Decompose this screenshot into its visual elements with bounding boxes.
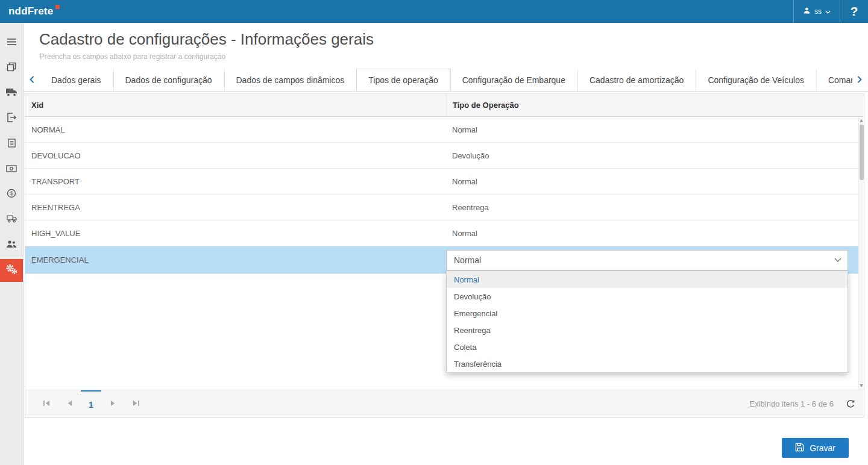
- sidebar-item-coin[interactable]: $: [0, 183, 23, 206]
- cell-xid: TRANSPORT: [25, 177, 446, 186]
- save-disk-icon: [795, 443, 804, 454]
- topbar: nddFrete ss ?: [0, 0, 868, 23]
- table-row[interactable]: NORMAL Normal: [25, 117, 864, 143]
- cell-tipo: Normal: [446, 229, 864, 238]
- copy-icon: [7, 62, 16, 74]
- chevron-right-icon: [857, 75, 862, 86]
- combobox-chevron-down-icon[interactable]: [834, 251, 841, 270]
- brand-logo-square: [55, 5, 60, 9]
- column-header-tipo-de-operacao: Tipo de Operação: [446, 94, 864, 116]
- main-content: Cadastro de configurações - Informações …: [23, 23, 868, 465]
- user-menu[interactable]: ss: [793, 0, 840, 23]
- brand-text: nddFrete: [8, 5, 53, 17]
- grid-content: NORMAL Normal DEVOLUCAO Devolução TRANSP…: [25, 117, 864, 390]
- previous-page-icon: [67, 399, 72, 408]
- sidebar-item-document[interactable]: [0, 133, 23, 155]
- page-number[interactable]: 1: [81, 390, 101, 417]
- sidebar-item-banknote[interactable]: [0, 158, 23, 181]
- export-icon: [7, 113, 16, 125]
- pager-right: Exibindo itens 1 - 6 de 6: [750, 399, 855, 409]
- grid-header-row: Xid Tipo de Operação: [25, 94, 864, 117]
- tabs-scroll-right-button[interactable]: [852, 69, 867, 91]
- help-icon: ?: [851, 4, 858, 19]
- combobox-value: Normal: [454, 255, 481, 265]
- tab-comandos-de[interactable]: Comandos de: [816, 69, 852, 91]
- scroll-down-arrow[interactable]: [860, 384, 863, 387]
- vertical-scrollbar[interactable]: [858, 117, 864, 390]
- cell-tipo: Reentrega: [446, 203, 864, 212]
- sidebar-item-copy[interactable]: [0, 57, 23, 80]
- table-row[interactable]: REENTREGA Reentrega: [25, 195, 864, 220]
- column-header-xid: Xid: [25, 101, 446, 110]
- fleet-truck-icon: [7, 214, 17, 225]
- cell-tipo-editor: Normal: [446, 250, 864, 270]
- sidebar-item-menu[interactable]: [0, 31, 23, 54]
- dropdown-option[interactable]: Normal: [447, 271, 848, 288]
- tab-dados-de-campos-dinamicos[interactable]: Dados de campos dinâmicos: [224, 69, 357, 91]
- chevron-left-icon: [30, 75, 34, 86]
- sidebar-item-truck[interactable]: [0, 82, 23, 105]
- scrollbar-thumb[interactable]: [860, 125, 864, 180]
- user-initials: ss: [814, 7, 822, 16]
- banknote-icon: [6, 164, 17, 175]
- tab-configuracao-de-veiculos[interactable]: Configuração de Veículos: [696, 69, 816, 91]
- dropdown-option[interactable]: Coleta: [447, 339, 848, 355]
- pager: 1 Exibindo itens 1 - 6 de 6: [25, 390, 864, 417]
- scroll-up-arrow[interactable]: [860, 119, 863, 122]
- last-page-icon: [132, 399, 140, 408]
- tab-configuracao-de-embarque[interactable]: Configuração de Embarque: [450, 69, 577, 91]
- cell-xid: EMERGENCIAL: [25, 255, 446, 264]
- sidebar-item-users[interactable]: [0, 234, 23, 257]
- cell-xid: REENTREGA: [25, 203, 446, 212]
- last-page-button[interactable]: [124, 390, 147, 417]
- cell-xid: DEVOLUCAO: [25, 151, 446, 160]
- topbar-right: ss ?: [793, 0, 868, 23]
- table-row[interactable]: HIGH_VALUE Normal: [25, 220, 864, 246]
- dropdown-option[interactable]: Transferência: [447, 355, 848, 372]
- next-page-button[interactable]: [101, 390, 124, 417]
- dropdown-option[interactable]: Devolução: [447, 288, 848, 305]
- user-icon: [803, 7, 811, 16]
- menu-icon: [7, 37, 17, 48]
- first-page-icon: [43, 399, 51, 408]
- save-button[interactable]: Gravar: [782, 438, 849, 458]
- sidebar: $: [0, 23, 23, 465]
- cell-xid: HIGH_VALUE: [25, 229, 446, 238]
- svg-text:$: $: [10, 190, 13, 196]
- document-icon: [8, 139, 16, 150]
- page-subtitle: Preencha os campos abaixo para registrar…: [40, 52, 868, 61]
- cell-tipo: Normal: [446, 177, 864, 186]
- combobox-dropdown-panel: Normal Devolução Emergencial Reentrega C…: [446, 270, 848, 373]
- truck-icon: [6, 88, 17, 99]
- page-title: Cadastro de configurações - Informações …: [39, 30, 868, 49]
- refresh-button[interactable]: [846, 399, 855, 409]
- table-row[interactable]: TRANSPORT Normal: [25, 169, 864, 195]
- cell-tipo: Devolução: [446, 151, 864, 160]
- sidebar-item-fleet[interactable]: [0, 208, 23, 231]
- chevron-down-icon: [825, 7, 831, 16]
- pager-status: Exibindo itens 1 - 6 de 6: [750, 399, 834, 408]
- first-page-button[interactable]: [35, 390, 58, 417]
- coin-dollar-icon: $: [7, 189, 16, 201]
- cell-xid: NORMAL: [25, 125, 446, 134]
- sidebar-item-settings[interactable]: [0, 259, 23, 282]
- tipo-operacao-combobox[interactable]: Normal: [446, 250, 848, 270]
- table-row[interactable]: DEVOLUCAO Devolução: [25, 143, 864, 169]
- tab-tipos-de-operacao[interactable]: Tipos de operação: [356, 69, 450, 91]
- sidebar-item-export[interactable]: [0, 107, 23, 130]
- save-button-label: Gravar: [810, 443, 835, 453]
- tab-dados-de-configuracao[interactable]: Dados de configuração: [113, 69, 224, 91]
- tabs-scroll-left-button[interactable]: [25, 69, 39, 91]
- users-icon: [6, 240, 17, 251]
- tab-list: Dados gerais Dados de configuração Dados…: [39, 69, 852, 91]
- help-button[interactable]: ?: [840, 0, 868, 23]
- tab-dados-gerais[interactable]: Dados gerais: [39, 69, 113, 91]
- brand-logo: nddFrete: [8, 5, 60, 17]
- cell-tipo: Normal: [446, 125, 864, 134]
- tab-cadastro-de-amortizacao[interactable]: Cadastro de amortização: [577, 69, 696, 91]
- gears-icon: [5, 264, 17, 277]
- tabstrip: Dados gerais Dados de configuração Dados…: [24, 69, 868, 92]
- dropdown-option[interactable]: Emergencial: [447, 305, 848, 322]
- previous-page-button[interactable]: [58, 390, 81, 417]
- dropdown-option[interactable]: Reentrega: [447, 322, 848, 339]
